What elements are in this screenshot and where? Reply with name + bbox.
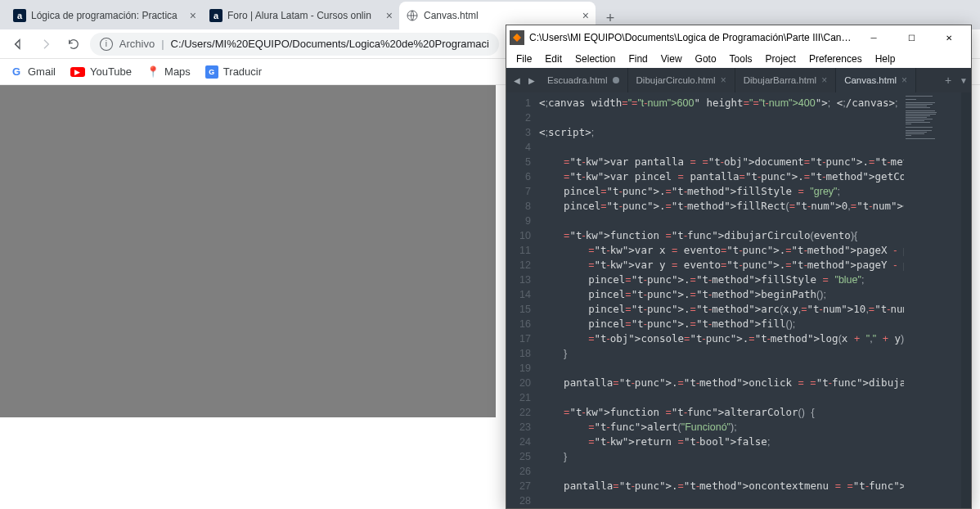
sublime-titlebar[interactable]: C:\Users\MI EQUIPO\Documents\Logica de P… <box>506 25 971 50</box>
menu-goto[interactable]: Goto <box>689 52 723 66</box>
scrollbar-vertical[interactable] <box>961 92 971 508</box>
close-icon[interactable]: × <box>901 74 907 86</box>
menu-file[interactable]: File <box>510 52 538 66</box>
menu-edit[interactable]: Edit <box>538 52 569 66</box>
google-icon: G <box>10 65 23 79</box>
line-gutter: 1234567891011121314151617181920212223242… <box>506 92 539 508</box>
close-icon[interactable]: × <box>190 9 196 22</box>
forward-button[interactable] <box>34 33 57 56</box>
editor-tab-title: DibujarBarra.html <box>744 75 816 85</box>
sublime-title: C:\Users\MI EQUIPO\Documents\Logica de P… <box>529 32 855 43</box>
menu-selection[interactable]: Selection <box>569 52 622 66</box>
globe-icon <box>406 9 419 22</box>
youtube-icon: ▶ <box>70 67 85 77</box>
close-icon[interactable]: × <box>721 74 726 86</box>
close-icon[interactable]: × <box>582 9 589 22</box>
menu-tools[interactable]: Tools <box>723 52 759 66</box>
menu-project[interactable]: Project <box>759 52 802 66</box>
editor-tab[interactable]: DibujarCirculo.html × <box>628 68 735 92</box>
bookmark-label: Maps <box>164 65 191 78</box>
bookmark-youtube[interactable]: ▶ YouTube <box>70 65 132 78</box>
menu-preferences[interactable]: Preferences <box>802 52 869 66</box>
bookmark-label: YouTube <box>90 65 132 78</box>
menu-help[interactable]: Help <box>869 52 902 66</box>
close-button[interactable]: ✕ <box>930 25 968 50</box>
chrome-tab[interactable]: a Lógica de programación: Practica × <box>7 2 203 29</box>
info-icon: i <box>100 38 113 51</box>
minimap[interactable] <box>904 92 961 508</box>
editor-tab-title: Canvas.html <box>844 75 897 85</box>
menu-view[interactable]: View <box>654 52 689 66</box>
tab-scroll-left[interactable]: ◀ <box>510 68 524 92</box>
back-button[interactable] <box>7 33 29 56</box>
favicon-alura: a <box>13 9 26 22</box>
omnibox[interactable]: i Archivo | C:/Users/MI%20EQUIPO/Documen… <box>90 33 499 56</box>
bookmark-label: Gmail <box>28 65 56 78</box>
favicon-alura: a <box>209 9 223 22</box>
editor-tab-title: Escuadra.html <box>547 75 608 85</box>
chrome-tab-title: Lógica de programación: Practica <box>31 10 185 21</box>
bookmark-maps[interactable]: 📍 Maps <box>146 65 191 79</box>
maps-icon: 📍 <box>146 65 160 79</box>
separator: | <box>161 38 164 50</box>
translate-icon: G <box>205 65 218 79</box>
editor-body: 1234567891011121314151617181920212223242… <box>506 92 971 508</box>
canvas-element[interactable] <box>0 85 496 417</box>
bookmark-gmail[interactable]: G Gmail <box>10 65 56 79</box>
chrome-tab[interactable]: a Foro | Alura Latam - Cursos onlin × <box>203 2 399 29</box>
tab-scroll-right[interactable]: ▶ <box>524 68 539 92</box>
bookmark-label: Traducir <box>223 65 262 78</box>
editor-tab[interactable]: Escuadra.html <box>539 68 628 92</box>
menu-find[interactable]: Find <box>622 52 654 66</box>
new-file-button[interactable]: + <box>940 68 956 92</box>
sublime-window: C:\Users\MI EQUIPO\Documents\Logica de P… <box>506 25 972 509</box>
editor-tab-title: DibujarCirculo.html <box>636 75 716 85</box>
sublime-tabbar: ◀ ▶ Escuadra.html DibujarCirculo.html × … <box>506 68 971 92</box>
sublime-menubar: File Edit Selection Find View Goto Tools… <box>506 50 971 68</box>
close-icon[interactable]: × <box>386 9 393 22</box>
code-editor[interactable]: <;canvas width="="t-num">600" height="="… <box>539 92 904 508</box>
tab-dropdown-icon[interactable]: ▼ <box>956 68 971 92</box>
reload-button[interactable] <box>62 33 85 56</box>
bookmark-translate[interactable]: G Traducir <box>205 65 262 79</box>
omnibox-label: Archivo <box>119 38 155 50</box>
chrome-tab-title: Foro | Alura Latam - Cursos onlin <box>227 10 381 21</box>
maximize-button[interactable]: ☐ <box>892 25 930 50</box>
editor-tab[interactable]: DibujarBarra.html × <box>735 68 837 92</box>
chrome-tab-title: Canvas.html <box>424 10 578 21</box>
dirty-indicator-icon <box>613 77 619 83</box>
editor-tab-active[interactable]: Canvas.html × <box>836 68 916 92</box>
omnibox-url: C:/Users/MI%20EQUIPO/Documents/Logica%20… <box>171 38 489 50</box>
close-icon[interactable]: × <box>821 74 827 86</box>
minimize-button[interactable]: ─ <box>855 25 892 50</box>
sublime-icon <box>510 30 524 45</box>
